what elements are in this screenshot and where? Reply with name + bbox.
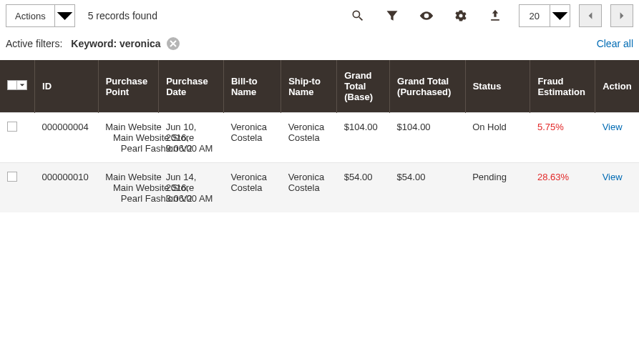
cell-id: 000000010 [35,163,99,213]
table-row: 000000004 Main Website Main Website Stor… [0,113,639,163]
next-page-button[interactable] [610,4,633,27]
records-found-label: 5 records found [88,10,157,21]
table-header-row: ID Purchase Point Purchase Date Bill-to … [0,60,639,113]
cell-grand-total-base: $54.00 [337,163,390,213]
cell-action: View [595,113,639,163]
col-header-status[interactable]: Status [465,60,530,113]
cell-grand-total-purchased: $104.00 [390,113,466,163]
col-header-fraud[interactable]: Fraud Estimation [530,60,595,113]
chevron-down-icon [550,5,570,26]
filter-icon[interactable] [384,8,400,24]
col-header-grand-total-purchased[interactable]: Grand Total (Purchased) [390,60,466,113]
select-all-dropdown[interactable] [17,80,27,90]
page-size-select[interactable]: 20 [519,4,570,27]
cell-bill-to: Veronica Costela [223,163,281,213]
actions-select-label: Actions [6,11,54,21]
cell-grand-total-purchased: $54.00 [390,163,466,213]
eye-icon[interactable] [419,8,434,24]
view-link[interactable]: View [603,172,623,182]
pagination: 20 [519,4,633,27]
filter-keyword-value: veronica [119,38,161,49]
select-all-checkbox[interactable] [7,80,17,90]
gear-icon[interactable] [453,8,469,24]
cell-ship-to: Veronica Costela [281,113,337,163]
cell-purchase-point: Main Website Main Website Store Pearl Fa… [98,113,158,163]
page-size-value: 20 [520,11,550,21]
cell-ship-to: Veronica Costela [281,163,337,213]
cell-action: View [595,163,639,213]
cell-fraud: 5.75% [530,113,595,163]
chevron-down-icon [54,5,74,26]
cell-bill-to: Veronica Costela [223,113,281,163]
cell-status: On Hold [465,113,530,163]
row-checkbox[interactable] [7,172,17,182]
prev-page-button[interactable] [579,4,602,27]
active-filters-label: Active filters: [6,38,62,49]
cell-grand-total-base: $104.00 [337,113,390,163]
export-icon[interactable] [487,8,503,24]
cell-id: 000000004 [35,113,99,163]
col-header-purchase-point[interactable]: Purchase Point [98,60,158,113]
filter-keyword-label: Keyword: [71,38,117,49]
orders-grid: ID Purchase Point Purchase Date Bill-to … [0,60,639,212]
cell-status: Pending [465,163,530,213]
col-header-id[interactable]: ID [35,60,99,113]
clear-all-link[interactable]: Clear all [597,38,633,49]
remove-filter-button[interactable] [167,37,180,50]
col-header-purchase-date[interactable]: Purchase Date [159,60,224,113]
table-row: 000000010 Main Website Main Website Stor… [0,163,639,213]
col-header-checkbox[interactable] [0,60,35,113]
row-checkbox[interactable] [7,122,17,132]
cell-purchase-point: Main Website Main Website Store Pearl Fa… [98,163,158,213]
col-header-ship-to[interactable]: Ship-to Name [281,60,337,113]
filter-chip-keyword: Keyword: veronica [71,37,179,50]
cell-fraud: 28.63% [530,163,595,213]
toolbar: Actions 5 records found 20 [0,0,639,31]
col-header-action[interactable]: Action [595,60,639,113]
actions-select[interactable]: Actions [6,4,75,27]
active-filters-row: Active filters: Keyword: veronica Clear … [0,31,639,60]
search-icon[interactable] [350,8,366,24]
col-header-bill-to[interactable]: Bill-to Name [223,60,281,113]
toolbar-icons [350,8,503,24]
view-link[interactable]: View [603,122,623,132]
col-header-grand-total-base[interactable]: Grand Total (Base) [337,60,390,113]
